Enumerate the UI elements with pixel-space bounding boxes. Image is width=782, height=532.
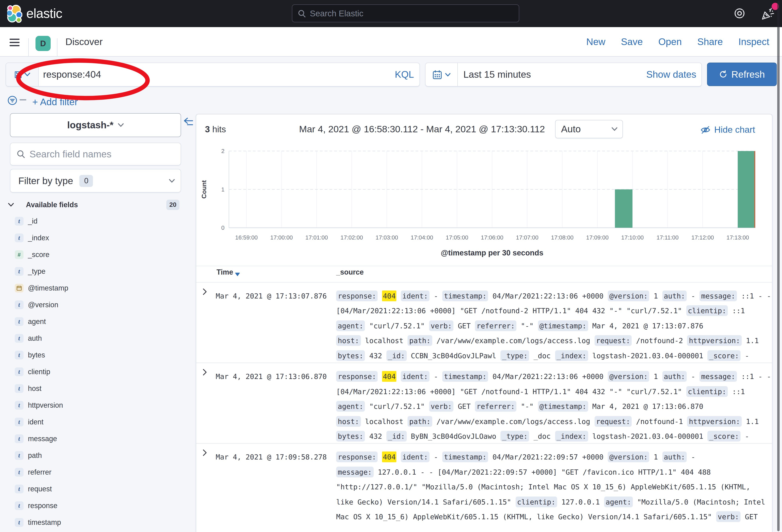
field-item-bytes[interactable]: tbytes [15,349,181,362]
nav-inspect-button[interactable]: Inspect [738,36,769,47]
field-key-badge: timestamp: [442,371,488,382]
field-item-agent[interactable]: tagent [15,315,181,328]
source-line: agent: "curl/7.52.1" verb: GET referrer:… [336,318,771,333]
source-line: "http://127.0.0.1/" "Mozilla/5.0 (Macint… [336,480,765,494]
collapse-sidebar-icon[interactable] [183,118,193,125]
field-value-text: 1.1 [742,417,759,425]
field-item-version[interactable]: t@version [15,299,181,311]
expand-row-icon[interactable] [202,368,207,376]
field-item-response[interactable]: tresponse [15,499,181,512]
global-header: elastic Search Elastic [0,0,782,27]
field-item-referrer[interactable]: treferrer [15,466,181,479]
field-key-badge: agent: [336,320,365,331]
field-value-text: Mar 4, 2021 @ 17:13:07.876 [588,321,703,330]
show-dates-button[interactable]: Show dates [646,69,696,80]
field-key-badge: _score: [708,350,741,361]
source-line: bytes: 432 _id: ByBN_3cB04dGovJLOawo _ty… [336,429,771,444]
field-item-timestamp[interactable]: @timestamp [15,282,181,295]
field-item-host[interactable]: thost [15,382,181,395]
add-filter-button[interactable]: + Add filter [32,97,78,108]
field-item-id[interactable]: t_id [15,215,181,228]
field-item-path[interactable]: tpath [15,449,181,462]
table-time-header[interactable]: Time [217,268,233,276]
quick-select-time-button[interactable] [426,63,458,86]
field-value-text [396,453,400,461]
elastic-logo-icon[interactable] [7,4,22,23]
saved-query-menu-button[interactable] [6,63,39,86]
row-source-cell: response: 404 ident: - timestamp: 04/Mar… [336,369,771,444]
histogram-bar-17:09:30[interactable] [615,189,633,228]
interval-select[interactable]: Auto [555,120,623,138]
filter-icon[interactable] [8,96,17,105]
field-item-clientip[interactable]: tclientip [15,366,181,378]
row-source-cell: response: 404 ident: - timestamp: 04/Mar… [336,450,765,524]
query-language-button[interactable]: KQL [395,69,414,80]
global-search-placeholder: Search Elastic [310,8,363,18]
field-item-ident[interactable]: tident [15,416,181,428]
field-item-timestamp[interactable]: ttimestamp [15,516,181,529]
menu-icon[interactable] [9,39,20,46]
available-fields-header[interactable]: Available fields 20 [8,198,181,211]
field-type-string-icon: t [15,301,24,309]
histogram-bar-17:13:00[interactable] [738,151,755,228]
filter-by-type-select[interactable]: Filter by type 0 [10,169,181,192]
x-tick-label: 17:05:00 [446,234,468,241]
nav-save-button[interactable]: Save [621,36,643,47]
sort-desc-icon[interactable] [235,272,240,276]
field-name-label: referrer [28,468,51,477]
discover-app-badge[interactable]: D [35,36,51,51]
field-item-request[interactable]: trequest [15,483,181,495]
field-key-badge: auth: [662,371,687,382]
doc-table-row: Mar 4, 2021 @ 17:13:06.870response: 404 … [196,363,772,443]
field-search-input[interactable]: Search field names [10,143,181,165]
field-key-badge: httpversion: [687,335,742,346]
highlighted-value: 404 [382,290,396,301]
time-range-value[interactable]: Last 15 minutes [463,69,646,80]
field-key-badge: @version: [608,290,649,301]
field-item-auth[interactable]: tauth [15,332,181,345]
field-item-score[interactable]: #_score [15,248,181,261]
field-value-text: logstash-2021.03.04-000001 [588,432,708,440]
field-name-label: @timestamp [28,284,68,292]
x-tick-label: 17:10:00 [621,234,644,241]
field-item-index[interactable]: t_index [15,231,181,244]
x-tick-label: 17:13:00 [726,234,749,241]
field-item-message[interactable]: tmessage [15,432,181,445]
source-line: host: localhost path: /var/www/example.c… [336,333,771,348]
chevron-down-icon [117,123,124,127]
time-range-end-marker [754,151,755,228]
field-key-badge: _index: [555,431,588,442]
global-search-input[interactable]: Search Elastic [292,4,519,22]
refresh-button[interactable]: Refresh [707,63,777,86]
search-icon [17,150,25,158]
field-item-type[interactable]: t_type [15,265,181,278]
vertical-scrollbar[interactable] [777,1,780,531]
field-value-text: GET [454,321,475,330]
field-value-text [378,292,382,300]
query-input[interactable]: response:404 [43,69,395,80]
field-value-text: - [687,372,700,381]
help-icon[interactable] [733,7,746,20]
field-value-text: localhost [361,417,408,425]
hide-chart-button[interactable]: Hide chart [700,125,755,135]
filter-by-type-label: Filter by type [19,175,73,186]
kibana-discover-page: elastic Search Elastic [0,0,782,532]
field-value-text: - [429,453,442,461]
field-type-string-icon: t [15,368,24,376]
nav-new-button[interactable]: New [586,36,605,47]
field-type-string-icon: t [15,418,24,426]
nav-share-button[interactable]: Share [697,36,723,47]
field-value-text: 127.0.0.1 - - [04/Mar/2021:22:09:57 +000… [374,468,711,476]
field-key-badge: host: [336,416,361,427]
field-type-string-icon: t [15,334,24,343]
filter-by-type-count-badge: 0 [79,175,93,187]
expand-row-icon[interactable] [202,288,207,296]
expand-row-icon[interactable] [202,449,207,457]
nav-open-button[interactable]: Open [659,36,682,47]
field-key-badge: request: [594,335,632,346]
histogram-chart: 01216:59:0017:00:0017:01:0017:02:0017:03… [200,140,770,245]
index-pattern-select[interactable]: logstash-* [10,113,181,137]
field-item-httpversion[interactable]: thttpversion [15,399,181,412]
chart-time-range-title: Mar 4, 2021 @ 16:58:30.112 - Mar 4, 2021… [299,124,545,135]
field-value-text: localhost [361,336,408,345]
